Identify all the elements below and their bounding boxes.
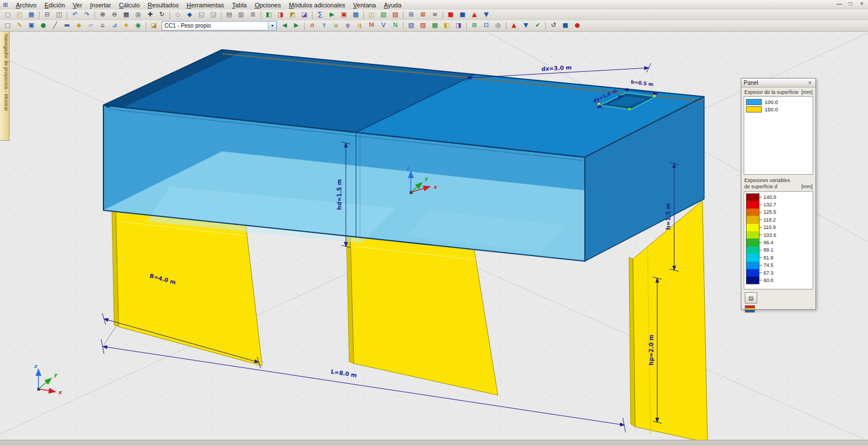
menu-herramientas[interactable]: Herramientas	[183, 1, 228, 9]
toolbar1-zoom-out-icon[interactable]: ⊖	[108, 10, 120, 20]
toolbar2-result-min-icon[interactable]: ▼	[520, 20, 532, 31]
toolbar2-snap-icon[interactable]: ⊡	[480, 20, 492, 31]
panel-titlebar[interactable]: Panel ×	[741, 79, 815, 88]
toolbar2-shear-stresses-icon[interactable]: τ	[318, 20, 330, 31]
toolbar1-table-results-icon[interactable]: ≣	[247, 10, 259, 20]
toolbar2-load-tool-icon[interactable]: ★	[120, 20, 132, 31]
toolbar2-refresh-icon[interactable]: ↺	[548, 20, 559, 31]
toolbar1-results-icon[interactable]: ▣	[338, 10, 350, 20]
toolbar1-window-list-icon[interactable]: ≡	[429, 10, 441, 20]
menu-m-dulos-adicionales[interactable]: Módulos adicionales	[285, 1, 349, 9]
toolbar2-node-tool-icon[interactable]: ●	[37, 20, 49, 31]
menu-ayuda[interactable]: Ayuda	[380, 1, 405, 9]
minimize-button[interactable]: —	[835, 1, 843, 7]
node-marker[interactable]	[598, 103, 600, 105]
toolbar1-new-line-icon[interactable]: ◨	[275, 10, 287, 20]
toolbar2-select-icon[interactable]: ▢	[2, 20, 14, 31]
chevron-down-icon[interactable]: ▼	[268, 22, 276, 29]
result-panel[interactable]: Panel × Espesor de la superficie [mm] 10…	[741, 78, 816, 310]
toolbar2-generate-icon[interactable]: ◉	[132, 20, 144, 31]
toolbar2-support-tool-icon[interactable]: ⊿	[108, 20, 120, 31]
legend-item[interactable]: 100.0	[746, 98, 811, 106]
toolbar1-calculate-all-icon[interactable]: ▶	[326, 10, 338, 20]
toolbar1-marker-up-icon[interactable]: ▲	[468, 10, 480, 20]
toolbar2-shear-forces-icon[interactable]: V	[377, 20, 389, 31]
toolbar1-print-preview-icon[interactable]: ◫	[53, 10, 65, 20]
toolbar1-display-properties-icon[interactable]: ▧	[377, 10, 389, 20]
toolbar1-save-icon[interactable]: ▦	[25, 10, 37, 20]
toolbar2-structure-tool-icon[interactable]: ⌂	[97, 20, 108, 31]
menu-archivo[interactable]: Archivo	[12, 1, 41, 9]
toolbar2-render-solid-icon[interactable]: ◧	[441, 20, 453, 31]
toolbar1-marker-down-icon[interactable]: ▼	[480, 10, 492, 20]
menu-opciones[interactable]: Opciones	[251, 1, 285, 9]
panel-settings-button[interactable]: ▤	[745, 292, 757, 304]
toolbar2-isolines-icon[interactable]: ▧	[405, 20, 417, 31]
toolbar1-calculation-icon[interactable]: ∑	[314, 10, 326, 20]
menu-resultados[interactable]: Resultados	[144, 1, 183, 9]
toolbar1-print-icon[interactable]: ⊟	[41, 10, 53, 20]
maximize-button[interactable]: □	[847, 1, 854, 7]
toolbar1-block-blue-icon[interactable]: ■	[457, 10, 468, 20]
toolbar2-next-load-case-icon[interactable]: ▶	[290, 20, 302, 31]
toolbar1-new-icon[interactable]: ▢	[2, 10, 14, 20]
panel-close-button[interactable]: ×	[806, 80, 813, 86]
toolbar2-opening-tool-icon[interactable]: ▱	[85, 20, 97, 31]
color-scale-icon[interactable]	[745, 305, 755, 313]
toolbar1-redo-icon[interactable]: ↷	[81, 10, 93, 20]
app-icon[interactable]: ⊞	[2, 1, 9, 8]
node-marker[interactable]	[653, 94, 656, 97]
toolbar1-stop-icon[interactable]: ■	[445, 10, 457, 20]
menu-insertar[interactable]: Insertar	[86, 1, 115, 9]
toolbar1-view-top-icon[interactable]: ◱	[196, 10, 207, 20]
toolbar2-properties-icon[interactable]: ▣	[25, 20, 37, 31]
toolbar1-new-solid-icon[interactable]: ◪	[298, 10, 310, 20]
toolbar2-object-snap-icon[interactable]: ◎	[492, 20, 504, 31]
toolbar1-open-icon[interactable]: ◰	[14, 10, 25, 20]
leg-right-surface[interactable]	[633, 201, 708, 443]
toolbar2-isosurfaces-icon[interactable]: ▨	[417, 20, 429, 31]
menu-edici-n[interactable]: Edición	[41, 1, 69, 9]
toolbar1-panel-toggle-icon[interactable]: ◫	[366, 10, 377, 20]
toolbar2-render-wireframe-icon[interactable]: ◨	[453, 20, 465, 31]
toolbar2-load-case-icon[interactable]: ◪	[148, 20, 160, 31]
toolbar2-check-icon[interactable]: ✔	[532, 20, 544, 31]
node-marker[interactable]	[628, 108, 631, 110]
toolbar2-mesh-display-icon[interactable]: ▩	[429, 20, 441, 31]
toolbar1-tables-icon[interactable]: ▤	[223, 10, 235, 20]
toolbar1-pan-icon[interactable]: ✚	[144, 10, 156, 20]
toolbar2-result-max-icon[interactable]: ▲	[508, 20, 520, 31]
toolbar1-table-input-icon[interactable]: ▥	[235, 10, 247, 20]
toolbar2-previous-load-case-icon[interactable]: ◀	[279, 20, 290, 31]
toolbar1-new-window-icon[interactable]: ⊞	[405, 10, 417, 20]
toolbar1-view-x-icon[interactable]: ◇	[172, 10, 184, 20]
menu-ver[interactable]: Ver	[69, 1, 86, 9]
toolbar2-surface-tool-icon[interactable]: ◆	[73, 20, 85, 31]
toolbar1-zoom-all-icon[interactable]: ◎	[132, 10, 144, 20]
toolbar2-displacements-icon[interactable]: u	[330, 20, 342, 31]
toolbar2-stresses-icon[interactable]: σ	[306, 20, 318, 31]
project-navigator-tab[interactable]: Navegador de proyectos - Mostrar	[0, 31, 10, 141]
toolbar2-line-tool-icon[interactable]: ╱	[49, 20, 61, 31]
toolbar1-new-node-icon[interactable]: ◧	[263, 10, 275, 20]
leg-middle-surface[interactable]	[350, 236, 498, 395]
toolbar1-zoom-window-icon[interactable]: ▦	[120, 10, 132, 20]
toolbar2-edit-icon[interactable]: ✎	[14, 20, 25, 31]
load-case-combobox[interactable]: CC1 - Peso propio ▼	[162, 21, 277, 31]
toolbar1-result-values-icon[interactable]: ▩	[350, 10, 362, 20]
toolbar2-grid-icon[interactable]: ⊞	[468, 20, 480, 31]
menu-ventana[interactable]: Ventana	[349, 1, 380, 9]
toolbar1-view-front-icon[interactable]: ◲	[207, 10, 219, 20]
toolbar1-visibility-icon[interactable]: ▨	[389, 10, 401, 20]
menu-tabla[interactable]: Tabla	[228, 1, 250, 9]
toolbar1-zoom-in-icon[interactable]: ⊕	[97, 10, 108, 20]
legend-item[interactable]: 150.0	[746, 106, 811, 113]
toolbar1-new-surface-icon[interactable]: ◩	[287, 10, 298, 20]
toolbar1-close-window-icon[interactable]: ⊠	[417, 10, 429, 20]
toolbar2-record-icon[interactable]: ●	[571, 20, 583, 31]
toolbar2-block-icon[interactable]: ■	[559, 20, 571, 31]
toolbar2-member-tool-icon[interactable]: ▬	[61, 20, 73, 31]
menu-c-lculo[interactable]: Cálculo	[115, 1, 144, 9]
toolbar2-loads-icon[interactable]: q	[354, 20, 366, 31]
close-button[interactable]: ×	[858, 1, 866, 7]
